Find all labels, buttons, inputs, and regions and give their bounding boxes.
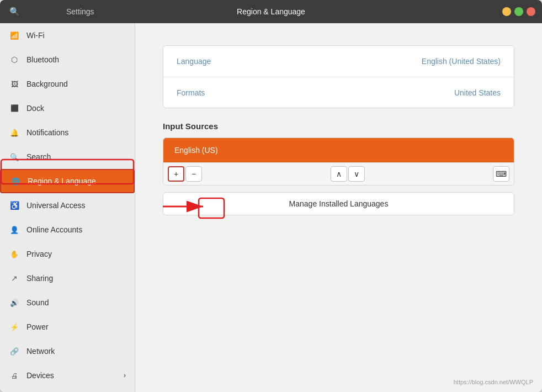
power-icon xyxy=(9,321,20,332)
language-formats-card: Language English (United States) Formats… xyxy=(163,45,514,108)
sidebar: Wi-FiBluetoothBackgroundDockNotification… xyxy=(0,23,135,392)
watermark: https://blog.csdn.net/WWQLP xyxy=(454,379,533,385)
formats-label: Formats xyxy=(177,88,454,97)
sidebar-item-privacy[interactable]: Privacy xyxy=(0,242,135,266)
input-sources-heading: Input Sources xyxy=(163,121,514,131)
sidebar-label-wifi: Wi-Fi xyxy=(26,31,45,40)
search-icon xyxy=(9,151,20,162)
titlebar-search-button[interactable]: 🔍 xyxy=(7,4,22,19)
sidebar-item-access[interactable]: Universal Access xyxy=(0,193,135,218)
window-controls: – □ ✕ xyxy=(502,7,535,16)
formats-value: United States xyxy=(454,88,501,97)
language-value: English (United States) xyxy=(422,57,501,66)
sidebar-label-access: Universal Access xyxy=(26,201,86,210)
sidebar-label-devices: Devices xyxy=(26,371,54,380)
sidebar-item-network[interactable]: Network xyxy=(0,339,135,363)
sidebar-item-wifi[interactable]: Wi-Fi xyxy=(0,23,135,47)
sidebar-item-background[interactable]: Background xyxy=(0,72,135,96)
sidebar-app-title: Settings xyxy=(66,7,94,16)
dock-icon xyxy=(9,103,20,114)
content-area: Wi-FiBluetoothBackgroundDockNotification… xyxy=(0,23,542,392)
sidebar-label-notifications: Notifications xyxy=(26,128,68,137)
sidebar-item-dock[interactable]: Dock xyxy=(0,96,135,120)
sidebar-label-network: Network xyxy=(26,347,55,356)
sidebar-item-sharing[interactable]: Sharing xyxy=(0,266,135,290)
maximize-button[interactable]: □ xyxy=(514,7,523,16)
formats-row[interactable]: Formats United States xyxy=(163,77,514,108)
chevron-right-icon: › xyxy=(124,372,126,379)
sidebar-item-search[interactable]: Search xyxy=(0,145,135,169)
app-window: 🔍 Settings Region & Language – □ ✕ Wi-Fi… xyxy=(0,0,542,392)
language-label: Language xyxy=(177,57,422,66)
bluetooth-icon xyxy=(9,54,20,65)
titlebar: 🔍 Settings Region & Language – □ ✕ xyxy=(0,0,542,23)
sidebar-item-details[interactable]: Details› xyxy=(0,388,135,392)
sidebar-label-accounts: Online Accounts xyxy=(26,225,82,234)
sidebar-label-sound: Sound xyxy=(26,298,49,307)
move-down-button[interactable]: ∨ xyxy=(348,166,365,182)
background-icon xyxy=(9,78,20,89)
sharing-icon xyxy=(9,273,20,284)
input-source-toolbar: + − ∧ ∨ ⌨ xyxy=(163,162,514,185)
sound-icon xyxy=(9,297,20,308)
language-row[interactable]: Language English (United States) xyxy=(163,46,514,77)
sidebar-label-region: Region & Language xyxy=(28,177,96,186)
keyboard-preview-button[interactable]: ⌨ xyxy=(493,166,509,182)
close-button[interactable]: ✕ xyxy=(527,7,535,16)
access-icon xyxy=(9,200,20,211)
sidebar-item-sound[interactable]: Sound xyxy=(0,290,135,315)
move-up-button[interactable]: ∧ xyxy=(331,166,347,182)
sidebar-item-notifications[interactable]: Notifications xyxy=(0,120,135,145)
arrow-buttons: ∧ ∨ xyxy=(331,166,365,182)
privacy-icon xyxy=(9,248,20,259)
sidebar-label-dock: Dock xyxy=(26,104,44,113)
minimize-button[interactable]: – xyxy=(502,7,511,16)
input-sources-card: English (US) + − ∧ ∨ ⌨ xyxy=(163,137,514,186)
remove-input-source-button[interactable]: − xyxy=(185,166,202,182)
manage-languages-button[interactable]: Manage Installed Languages xyxy=(163,192,514,215)
sidebar-label-privacy: Privacy xyxy=(26,250,52,258)
search-icon: 🔍 xyxy=(9,7,20,17)
main-panel: Language English (United States) Formats… xyxy=(135,23,542,392)
sidebar-item-accounts[interactable]: Online Accounts xyxy=(0,218,135,242)
sidebar-item-bluetooth[interactable]: Bluetooth xyxy=(0,47,135,72)
sidebar-label-sharing: Sharing xyxy=(26,274,53,283)
devices-icon xyxy=(9,370,20,381)
input-source-english-us[interactable]: English (US) xyxy=(163,138,514,162)
region-icon xyxy=(10,176,21,187)
wifi-icon xyxy=(9,30,20,41)
notifications-icon xyxy=(9,127,20,138)
sidebar-label-search: Search xyxy=(26,152,51,161)
sidebar-label-background: Background xyxy=(26,80,68,88)
add-input-source-button[interactable]: + xyxy=(168,166,184,182)
network-icon xyxy=(9,346,20,357)
sidebar-label-bluetooth: Bluetooth xyxy=(26,55,59,64)
sidebar-item-region[interactable]: Region & Language xyxy=(0,169,135,193)
sidebar-item-power[interactable]: Power xyxy=(0,315,135,339)
window-title: Region & Language xyxy=(237,7,305,16)
accounts-icon xyxy=(9,224,20,235)
sidebar-item-devices[interactable]: Devices› xyxy=(0,363,135,388)
sidebar-label-power: Power xyxy=(26,322,49,331)
